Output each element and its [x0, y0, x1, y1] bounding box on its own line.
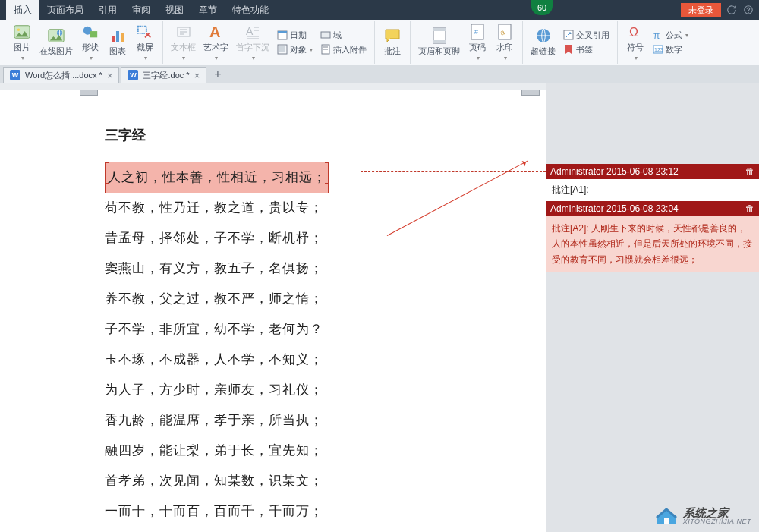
- word-doc-icon: W: [128, 70, 138, 80]
- page-number-button[interactable]: #页码▾: [465, 22, 490, 63]
- add-tab-button[interactable]: +: [208, 68, 227, 81]
- online-picture-button[interactable]: 在线图片: [36, 26, 76, 58]
- textbox-icon: [175, 24, 192, 40]
- symbol-icon: Ω: [627, 24, 644, 40]
- close-tab-icon[interactable]: ×: [107, 70, 113, 81]
- comment-card[interactable]: Administrator 2015-06-08 23:12 🗑 批注[A1]:: [546, 164, 759, 201]
- doc-line-highlighted[interactable]: 人之初，性本善，性相近，习相远；: [105, 162, 329, 193]
- menu-review[interactable]: 审阅: [124, 0, 158, 20]
- comment-body[interactable]: 批注[A2]: 人刚生下来的时候，天性都是善良的，人的本性虽然相近，但是后天所处…: [546, 216, 759, 272]
- bookmark-button[interactable]: 书签: [560, 42, 613, 56]
- doc-line: 子不学，非所宜，幼不学，老何为？: [105, 314, 515, 345]
- ribbon-group-header-footer: 页眉和页脚 #页码▾ a水印▾: [411, 21, 523, 64]
- delete-comment-icon[interactable]: 🗑: [745, 203, 754, 214]
- ribbon-group-links: 超链接 交叉引用 书签: [523, 21, 618, 64]
- watermark-en: XITONGZHIJIA.NET: [683, 518, 751, 525]
- insert-picture-button[interactable]: 图片▾: [9, 22, 35, 63]
- tab-doc-1[interactable]: W Word怎么插....docx * ×: [3, 67, 119, 83]
- doc-line: 一而十，十而百，百而千，千而万；: [105, 496, 515, 527]
- margin-marker-right[interactable]: [521, 90, 540, 96]
- login-button[interactable]: 未登录: [681, 3, 721, 17]
- dropcap-button[interactable]: A首字下沉▾: [233, 22, 272, 63]
- doc-line: 苟不教，性乃迁，教之道，贵以专；: [105, 193, 515, 223]
- doc-line: 融四岁，能让梨，弟于长，宜先知；: [105, 436, 515, 466]
- comment-author-time: Administrator 2015-06-08 23:12: [550, 166, 679, 177]
- doc-line: 为人子，方少时，亲师友，习礼仪；: [105, 375, 515, 405]
- svg-rect-23: [433, 40, 446, 43]
- ribbon-group-illustrations: 图片▾ 在线图片 形状▾ 图表 截屏▾: [5, 21, 163, 64]
- house-icon: [654, 506, 679, 526]
- score-badge[interactable]: 60: [531, 0, 553, 15]
- crossref-button[interactable]: 交叉引用: [560, 28, 613, 42]
- document-content[interactable]: 三字经 人之初，性本善，性相近，习相远； 苟不教，性乃迁，教之道，贵以专； 昔孟…: [0, 83, 546, 527]
- attachment-icon: [320, 44, 331, 55]
- comment-body[interactable]: 批注[A1]:: [546, 179, 759, 201]
- page-number-icon: #: [469, 24, 486, 40]
- object-button[interactable]: 对象▾: [274, 42, 316, 56]
- delete-comment-icon[interactable]: 🗑: [745, 166, 754, 177]
- svg-rect-34: [664, 518, 669, 524]
- number-icon: 123: [653, 44, 663, 55]
- comment-label: 批注[A2]:: [552, 223, 589, 234]
- dropcap-icon: A: [244, 24, 261, 40]
- menu-bar: 插入 页面布局 引用 审阅 视图 章节 特色功能 60 未登录: [0, 0, 759, 20]
- comment-button[interactable]: 批注: [380, 26, 405, 58]
- workspace: 三字经 人之初，性本善，性相近，习相远； 苟不教，性乃迁，教之道，贵以专； 昔孟…: [0, 83, 759, 532]
- tab-doc-2[interactable]: W 三字经.doc * ×: [121, 67, 206, 83]
- equation-button[interactable]: π公式▾: [650, 28, 691, 42]
- hyperlink-icon: [535, 27, 552, 44]
- object-icon: [277, 44, 288, 55]
- screenshot-button[interactable]: 截屏▾: [132, 22, 158, 63]
- wordart-icon: A: [208, 24, 225, 40]
- bookmark-icon: [563, 44, 574, 55]
- doc-line: 玉不琢，不成器，人不学，不知义；: [105, 345, 515, 375]
- svg-rect-22: [433, 28, 446, 31]
- doc-line: 昔孟母，择邻处，子不学，断机杼；: [105, 223, 515, 253]
- svg-text:#: #: [474, 28, 478, 36]
- online-picture-icon: [48, 27, 65, 44]
- chart-icon: [109, 27, 126, 44]
- attachment-button[interactable]: 插入附件: [317, 42, 370, 56]
- field-button[interactable]: 域: [317, 28, 370, 42]
- doc-line: 养不教，父之过，教不严，师之惰；: [105, 284, 515, 314]
- comment-card[interactable]: Administrator 2015-06-08 23:04 🗑 批注[A2]:…: [546, 201, 759, 272]
- shapes-icon: [82, 24, 99, 40]
- ruler-gap: [0, 83, 546, 90]
- document-pane[interactable]: 三字经 人之初，性本善，性相近，习相远； 苟不教，性乃迁，教之道，贵以专； 昔孟…: [0, 83, 546, 532]
- watermark-icon: a: [496, 24, 513, 40]
- menu-references[interactable]: 引用: [91, 0, 124, 20]
- number-button[interactable]: 123数字: [650, 42, 691, 56]
- svg-rect-19: [321, 32, 330, 38]
- svg-text:A: A: [246, 25, 254, 37]
- close-tab-icon[interactable]: ×: [194, 70, 200, 81]
- doc-line: 窦燕山，有义方，教五子，名俱扬；: [105, 253, 515, 284]
- chart-button[interactable]: 图表: [105, 26, 131, 58]
- watermark-button[interactable]: a水印▾: [492, 22, 518, 63]
- svg-text:Ω: Ω: [629, 26, 638, 39]
- svg-text:π: π: [653, 30, 660, 40]
- margin-marker-left[interactable]: [80, 90, 98, 96]
- comment-header: Administrator 2015-06-08 23:12 🗑: [546, 164, 759, 179]
- doc-title: 三字经: [105, 126, 515, 144]
- menu-section[interactable]: 章节: [191, 0, 225, 20]
- header-footer-button[interactable]: 页眉和页脚: [415, 26, 463, 58]
- menu-insert[interactable]: 插入: [6, 0, 39, 20]
- sync-icon[interactable]: [726, 4, 738, 16]
- svg-rect-8: [112, 36, 115, 42]
- hyperlink-button[interactable]: 超链接: [528, 26, 559, 58]
- ribbon-group-comment: 批注: [375, 21, 411, 64]
- help-icon[interactable]: [742, 4, 754, 16]
- ribbon: 图片▾ 在线图片 形状▾ 图表 截屏▾ 文本框▾ A艺术字▾ A首字下沉▾ 日期…: [0, 20, 759, 65]
- shapes-button[interactable]: 形状▾: [77, 22, 103, 63]
- svg-rect-11: [138, 26, 146, 33]
- menu-page-layout[interactable]: 页面布局: [39, 0, 91, 20]
- header-footer-icon: [431, 27, 448, 44]
- menu-view[interactable]: 视图: [158, 0, 191, 20]
- date-button[interactable]: 日期: [274, 28, 316, 42]
- wordart-button[interactable]: A艺术字▾: [200, 22, 231, 63]
- svg-rect-16: [278, 31, 287, 33]
- menu-special[interactable]: 特色功能: [225, 0, 276, 20]
- tab-label: Word怎么插....docx *: [25, 70, 102, 81]
- symbol-button[interactable]: Ω符号▾: [622, 22, 648, 63]
- textbox-button[interactable]: 文本框▾: [168, 22, 199, 63]
